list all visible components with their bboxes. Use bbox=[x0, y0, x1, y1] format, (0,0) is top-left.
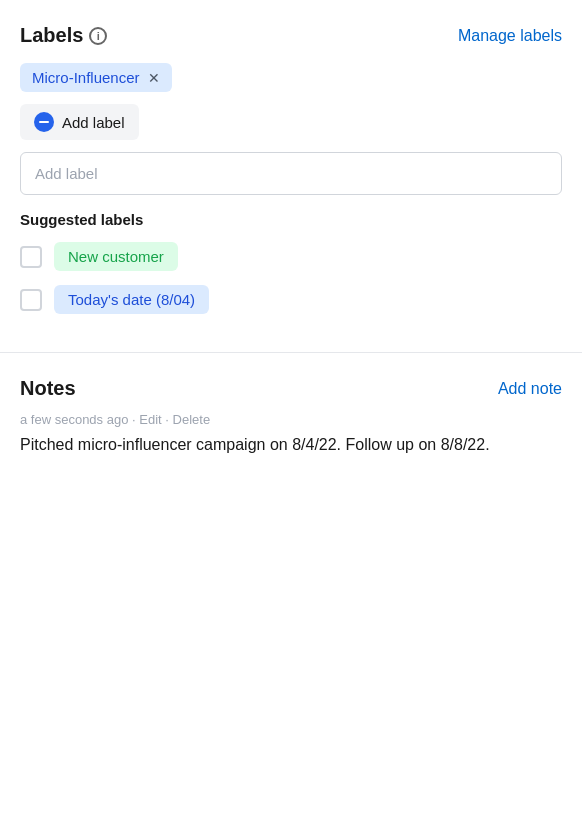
note-timestamp: a few seconds ago bbox=[20, 412, 128, 427]
minus-icon bbox=[34, 112, 54, 132]
suggested-item-new-customer: New customer bbox=[20, 242, 562, 271]
label-input[interactable] bbox=[20, 152, 562, 195]
new-customer-checkbox[interactable] bbox=[20, 246, 42, 268]
add-label-row: Add label bbox=[20, 104, 562, 140]
new-customer-label[interactable]: New customer bbox=[54, 242, 178, 271]
notes-title: Notes bbox=[20, 377, 76, 400]
info-icon[interactable]: i bbox=[89, 27, 107, 45]
note-separator-2: · bbox=[165, 412, 172, 427]
labels-title: Labels bbox=[20, 24, 83, 47]
labels-header: Labels i Manage labels bbox=[20, 24, 562, 47]
todays-date-checkbox[interactable] bbox=[20, 289, 42, 311]
notes-header: Notes Add note bbox=[20, 377, 562, 400]
labels-title-group: Labels i bbox=[20, 24, 107, 47]
edit-note-link[interactable]: Edit bbox=[139, 412, 161, 427]
add-label-button-text: Add label bbox=[62, 114, 125, 131]
manage-labels-link[interactable]: Manage labels bbox=[458, 27, 562, 45]
delete-note-link[interactable]: Delete bbox=[173, 412, 211, 427]
todays-date-label[interactable]: Today's date (8/04) bbox=[54, 285, 209, 314]
add-label-button[interactable]: Add label bbox=[20, 104, 139, 140]
label-tag-text: Micro-Influencer bbox=[32, 69, 140, 86]
note-body: Pitched micro-influencer campaign on 8/4… bbox=[20, 433, 562, 457]
label-tag-micro-influencer: Micro-Influencer ✕ bbox=[20, 63, 172, 92]
labels-section: Labels i Manage labels Micro-Influencer … bbox=[0, 0, 582, 352]
existing-labels-row: Micro-Influencer ✕ bbox=[20, 63, 562, 92]
note-meta: a few seconds ago · Edit · Delete bbox=[20, 412, 562, 427]
suggested-labels-title: Suggested labels bbox=[20, 211, 562, 228]
remove-label-button[interactable]: ✕ bbox=[148, 71, 160, 85]
notes-section: Notes Add note a few seconds ago · Edit … bbox=[0, 353, 582, 481]
suggested-item-todays-date: Today's date (8/04) bbox=[20, 285, 562, 314]
add-note-link[interactable]: Add note bbox=[498, 380, 562, 398]
